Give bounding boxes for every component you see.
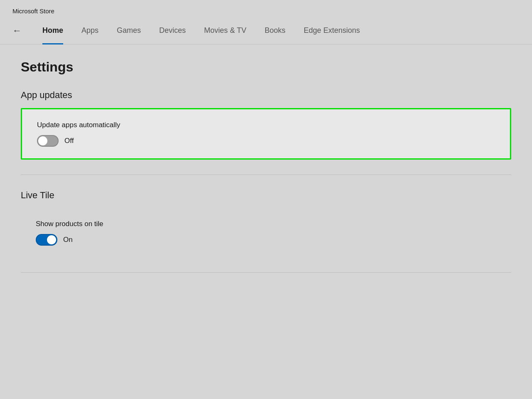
app-title: Microsoft Store <box>12 7 54 15</box>
app-updates-section: App updates Update apps automatically Of… <box>21 90 511 160</box>
nav-item-home[interactable]: Home <box>33 17 72 44</box>
update-apps-automatically-label: Update apps automatically <box>37 121 495 129</box>
nav-item-movies-tv[interactable]: Movies & TV <box>195 17 256 44</box>
nav-item-edge-extensions[interactable]: Edge Extensions <box>295 17 369 44</box>
title-bar: Microsoft Store <box>0 0 532 17</box>
update-apps-toggle[interactable] <box>37 135 59 147</box>
live-tile-section-title: Live Tile <box>21 190 511 201</box>
show-products-toggle-thumb <box>47 235 56 244</box>
nav-item-apps[interactable]: Apps <box>72 17 108 44</box>
toggle-thumb <box>38 136 47 145</box>
show-products-toggle-row: On <box>36 234 496 246</box>
show-products-on-tile-item: Show products on tile On <box>21 208 511 257</box>
update-apps-automatically-card: Update apps automatically Off <box>21 108 511 160</box>
app-updates-section-title: App updates <box>21 90 511 101</box>
show-products-toggle[interactable] <box>36 234 57 246</box>
back-button[interactable]: ← <box>12 19 22 43</box>
nav-item-books[interactable]: Books <box>256 17 295 44</box>
section-divider-2 <box>21 272 511 273</box>
update-apps-toggle-state: Off <box>64 137 74 145</box>
show-products-on-tile-label: Show products on tile <box>36 220 496 228</box>
section-divider-1 <box>21 175 511 175</box>
page-title: Settings <box>21 59 511 75</box>
show-products-toggle-state: On <box>63 236 73 244</box>
nav-item-devices[interactable]: Devices <box>150 17 195 44</box>
back-icon: ← <box>12 26 22 35</box>
nav-item-games[interactable]: Games <box>108 17 150 44</box>
main-content: Settings App updates Update apps automat… <box>0 44 532 303</box>
update-apps-toggle-row: Off <box>37 135 495 147</box>
nav-bar: ← Home Apps Games Devices Movies & TV Bo… <box>0 17 532 44</box>
live-tile-section: Live Tile Show products on tile On <box>21 190 511 257</box>
